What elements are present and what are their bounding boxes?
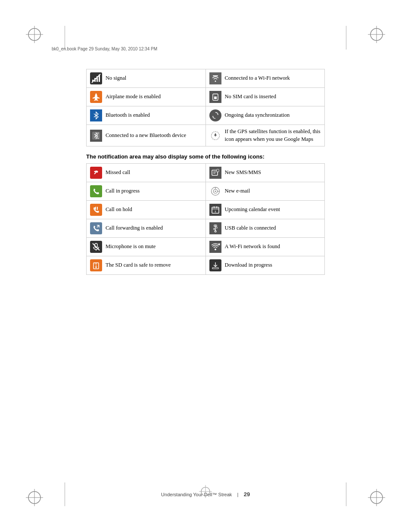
footer-text: Understanding Your Dell™ Streak <box>161 492 232 497</box>
sync-cell: Ongoing data synchronization <box>206 106 325 125</box>
call-in-progress-label: Call in progress <box>106 187 140 195</box>
calendar-label: Upcoming calendar event <box>225 206 280 214</box>
download-label: Download in progress <box>225 261 272 269</box>
sd-card-cell: The SD card is safe to remove <box>87 256 206 275</box>
no-sim-label: No SIM card is inserted <box>225 93 276 101</box>
page-header: bk0_en.book Page 29 Sunday, May 30, 2010… <box>52 47 157 51</box>
call-on-hold-icon <box>90 204 102 216</box>
wifi-found-icon <box>209 241 221 253</box>
call-on-hold-label: Call on hold <box>106 206 132 214</box>
microphone-mute-cell: Microphone is on mute <box>87 238 206 256</box>
top-left-rule <box>65 26 65 50</box>
notification-icons-table: Missed call 1 New SMS/MMS <box>86 163 325 275</box>
svg-point-29 <box>215 135 216 136</box>
no-signal-label: No signal <box>106 75 126 82</box>
bluetooth-device-label: Connected to a new Bluetooth device <box>106 132 186 140</box>
wifi-connected-label: Connected to a Wi-Fi network <box>225 75 290 82</box>
gps-cell: If the GPS satellites function is enable… <box>206 125 325 146</box>
airplane-cell: Airplane mode is enabled <box>87 88 206 106</box>
airplane-mode-label: Airplane mode is enabled <box>106 93 161 101</box>
table-row: Connected to a new Bluetooth device If t… <box>87 125 325 146</box>
sd-card-icon <box>90 259 102 271</box>
call-on-hold-cell: Call on hold <box>87 201 206 219</box>
missed-call-cell: Missed call <box>87 164 206 182</box>
bottom-center-mark <box>199 485 212 500</box>
corner-mark-tr <box>368 26 385 43</box>
new-sms-cell: 1 New SMS/MMS <box>206 164 325 182</box>
table-row: No signal Connected to a Wi-Fi network <box>87 69 325 88</box>
svg-rect-43 <box>95 207 96 210</box>
microphone-mute-icon <box>90 241 102 253</box>
bluetooth-cell: Bluetooth is enabled <box>87 106 206 125</box>
new-email-label: New e-mail <box>225 187 250 195</box>
table-row: Airplane mode is enabled ! No SIM card i… <box>87 88 325 106</box>
sd-card-label: The SD card is safe to remove <box>106 261 171 269</box>
svg-rect-19 <box>214 96 217 99</box>
new-email-icon <box>209 185 221 197</box>
missed-call-label: Missed call <box>106 169 130 177</box>
sync-icon <box>209 109 221 121</box>
microphone-mute-label: Microphone is on mute <box>106 243 156 251</box>
svg-text:!: ! <box>215 94 215 96</box>
wifi-connected-cell: Connected to a Wi-Fi network <box>206 69 325 88</box>
usb-icon <box>209 222 221 234</box>
table-row: Call on hold 1 Upcoming calendar event <box>87 201 325 219</box>
missed-call-icon <box>90 167 102 179</box>
bluetooth-icon <box>90 109 102 121</box>
table-row: Missed call 1 New SMS/MMS <box>87 164 325 182</box>
svg-point-40 <box>215 190 216 192</box>
call-forwarding-label: Call forwarding is enabled <box>106 224 163 232</box>
table-row: Call forwarding is enabled USB cable is … <box>87 219 325 238</box>
no-signal-cell: No signal <box>87 69 206 88</box>
page-number: 29 <box>244 491 250 498</box>
table-row: Microphone is on mute A Wi-Fi network is… <box>87 238 325 256</box>
new-email-cell: New e-mail <box>206 182 325 201</box>
sync-label: Ongoing data synchronization <box>225 112 290 119</box>
no-signal-icon <box>90 72 102 84</box>
call-forwarding-cell: Call forwarding is enabled <box>87 219 206 238</box>
new-sms-icon: 1 <box>209 167 221 179</box>
svg-rect-44 <box>97 207 98 210</box>
main-content: No signal Connected to a Wi-Fi network <box>86 69 325 282</box>
usb-label: USB cable is connected <box>225 224 276 232</box>
wifi-connected-icon <box>209 72 221 84</box>
download-cell: Download in progress <box>206 256 325 275</box>
no-sim-icon: ! <box>209 91 221 103</box>
calendar-icon: 1 <box>209 204 221 216</box>
bluetooth-device-icon <box>90 130 102 142</box>
download-icon <box>209 259 221 271</box>
gps-icon <box>209 130 221 142</box>
airplane-mode-icon <box>90 91 102 103</box>
corner-mark-tl <box>26 26 43 43</box>
svg-rect-65 <box>212 268 218 269</box>
status-icons-table: No signal Connected to a Wi-Fi network <box>86 69 325 146</box>
gps-label: If the GPS satellites function is enable… <box>225 128 321 143</box>
usb-cell: USB cable is connected <box>206 219 325 238</box>
svg-text:1: 1 <box>215 210 216 213</box>
new-sms-label: New SMS/MMS <box>225 169 261 177</box>
call-forwarding-icon <box>90 222 102 234</box>
table-row: Bluetooth is enabled Ongoing data synchr… <box>87 106 325 125</box>
no-sim-cell: ! No SIM card is inserted <box>206 88 325 106</box>
top-right-rule <box>346 26 346 50</box>
wifi-found-label: A Wi-Fi network is found <box>225 243 280 251</box>
bluetooth-label: Bluetooth is enabled <box>106 112 150 119</box>
table-row: The SD card is safe to remove Download i… <box>87 256 325 275</box>
bluetooth-device-cell: Connected to a new Bluetooth device <box>87 125 206 146</box>
footer-separator: | <box>237 492 239 497</box>
svg-rect-17 <box>213 75 218 76</box>
table-row: Call in progress New e-mail <box>87 182 325 201</box>
call-in-progress-cell: Call in progress <box>87 182 206 201</box>
calendar-cell: 1 Upcoming calendar event <box>206 201 325 219</box>
notification-section-heading: The notification area may also display s… <box>86 153 325 160</box>
svg-point-57 <box>215 249 216 250</box>
wifi-found-cell: A Wi-Fi network is found <box>206 238 325 256</box>
call-in-progress-icon <box>90 185 102 197</box>
